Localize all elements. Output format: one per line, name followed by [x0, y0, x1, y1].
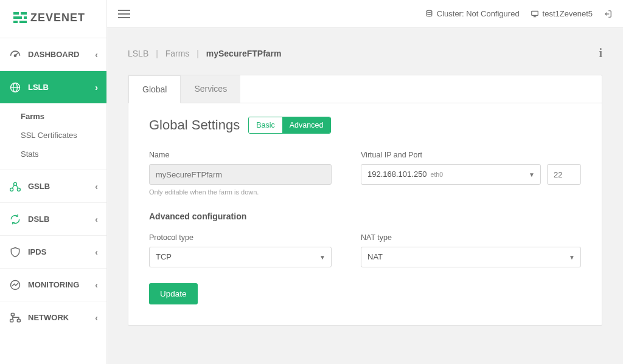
nav-item-lslb[interactable]: LSLB ›	[0, 70, 106, 103]
nav-item-network[interactable]: NETWORK ‹	[0, 301, 106, 334]
nav-item-gslb[interactable]: GSLB ‹	[0, 170, 106, 202]
nav-item-monitoring[interactable]: MONITORING ‹	[0, 268, 106, 301]
name-label: Name	[149, 151, 332, 159]
nav-sub-stats[interactable]: Stats	[0, 145, 106, 163]
nav-item-label: DSLB	[28, 215, 95, 224]
cluster-status-text: Cluster: Not Configured	[437, 9, 520, 18]
proto-label: Protocol type	[149, 233, 332, 242]
chart-icon	[9, 278, 22, 292]
breadcrumb-current: mySecureFTPfarm	[206, 49, 282, 58]
brand-name: ZEVENET	[30, 12, 85, 24]
nav-item-dashboard[interactable]: DASHBOARD ‹	[0, 38, 106, 70]
nav-item-label: GSLB	[28, 182, 95, 191]
nat-label: NAT type	[361, 233, 581, 242]
hostname-text: test1Zevenet5	[543, 9, 593, 18]
svg-rect-0	[13, 12, 19, 15]
svg-point-13	[17, 188, 20, 191]
tabs: Global Services	[128, 75, 602, 103]
breadcrumb-farms[interactable]: Farms	[165, 49, 190, 58]
nav-subnav-lslb: Farms SSL Certificates Stats	[0, 103, 106, 170]
nav-item-label: LSLB	[28, 83, 95, 92]
sync-icon	[9, 213, 22, 226]
chevron-down-icon: ›	[95, 83, 98, 92]
chevron-left-icon: ‹	[95, 313, 98, 323]
svg-rect-5	[19, 21, 27, 23]
nav-item-ipds[interactable]: IPDS ‹	[0, 235, 106, 268]
svg-point-20	[426, 10, 432, 12]
nav-item-dslb[interactable]: DSLB ‹	[0, 202, 106, 235]
name-help: Only editable when the farm is down.	[149, 188, 332, 196]
toggle-advanced[interactable]: Advanced	[282, 117, 331, 133]
chevron-left-icon: ‹	[95, 280, 98, 290]
logout-icon[interactable]	[604, 10, 612, 18]
svg-rect-17	[11, 313, 14, 315]
brand-logo: ZEVENET	[0, 0, 106, 38]
advanced-heading: Advanced configuration	[149, 211, 581, 221]
sidebar: ZEVENET DASHBOARD ‹ LSLB › Farms SSL Cer…	[0, 0, 107, 364]
name-input	[149, 164, 332, 185]
main: Cluster: Not Configured test1Zevenet5 LS…	[107, 0, 623, 364]
nav-item-label: IPDS	[28, 247, 95, 256]
chevron-left-icon: ‹	[95, 50, 98, 60]
nav-item-label: MONITORING	[28, 280, 95, 289]
brand-logo-icon	[13, 11, 27, 24]
chevron-left-icon: ‹	[95, 247, 98, 257]
section-title: Global Settings	[149, 117, 240, 133]
globe-icon	[9, 81, 22, 94]
svg-rect-1	[21, 12, 27, 15]
vip-port-input[interactable]	[547, 164, 581, 185]
toggle-basic[interactable]: Basic	[249, 117, 282, 133]
nav-sub-farms[interactable]: Farms	[0, 107, 106, 126]
tab-services[interactable]: Services	[181, 75, 240, 103]
svg-line-15	[16, 185, 18, 188]
chevron-left-icon: ‹	[95, 215, 98, 224]
svg-rect-4	[13, 21, 18, 23]
svg-rect-2	[13, 16, 22, 19]
breadcrumb: LSLB | Farms | mySecureFTPfarm	[128, 49, 281, 58]
settings-card: Global Services Global Settings Basic Ad…	[128, 75, 602, 326]
tab-global[interactable]: Global	[128, 75, 181, 103]
vip-ip: 192.168.101.250	[367, 165, 427, 184]
monitor-icon	[531, 10, 539, 18]
svg-rect-21	[531, 11, 538, 15]
chevron-left-icon: ‹	[95, 182, 98, 191]
svg-point-12	[10, 188, 13, 191]
topbar: Cluster: Not Configured test1Zevenet5	[107, 0, 623, 28]
sidebar-toggle[interactable]	[118, 8, 130, 20]
network-icon	[9, 311, 22, 325]
update-button[interactable]: Update	[149, 283, 198, 304]
nav-item-label: NETWORK	[28, 313, 95, 322]
nav-item-label: DASHBOARD	[28, 50, 95, 59]
database-icon	[425, 10, 433, 18]
globe-share-icon	[9, 180, 22, 193]
vip-iface: eth0	[431, 165, 443, 184]
nat-value: NAT	[367, 247, 383, 267]
nav: DASHBOARD ‹ LSLB › Farms SSL Certificate…	[0, 38, 106, 334]
vip-select[interactable]: 192.168.101.250 eth0	[361, 164, 541, 185]
svg-rect-18	[10, 319, 13, 321]
svg-rect-3	[24, 16, 27, 19]
basic-advanced-toggle: Basic Advanced	[248, 117, 331, 134]
nav-sub-ssl[interactable]: SSL Certificates	[0, 126, 106, 145]
hostname[interactable]: test1Zevenet5	[531, 9, 593, 18]
cluster-status[interactable]: Cluster: Not Configured	[425, 9, 520, 18]
breadcrumb-lslb[interactable]: LSLB	[128, 49, 148, 58]
proto-value: TCP	[156, 247, 172, 267]
vip-label: Virtual IP and Port	[361, 151, 581, 159]
content: LSLB | Farms | mySecureFTPfarm i Global …	[107, 28, 623, 364]
shield-icon	[9, 246, 22, 259]
info-icon[interactable]: i	[599, 46, 602, 60]
gauge-icon	[9, 48, 22, 61]
svg-rect-19	[17, 319, 20, 321]
proto-select[interactable]: TCP	[149, 247, 332, 267]
svg-line-14	[12, 185, 14, 188]
nat-select[interactable]: NAT	[361, 247, 581, 267]
